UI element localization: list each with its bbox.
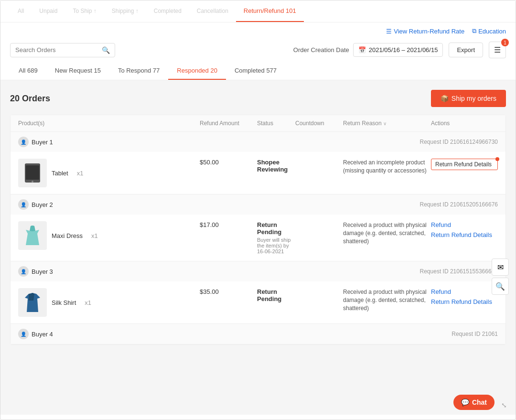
status-tablet: Shopee Reviewing — [257, 159, 295, 173]
return-reason-dress: Received a product with physical damage … — [343, 221, 431, 245]
buyer-group-2: 👤 Buyer 2 Request ID 210615205166676 — [11, 194, 505, 261]
tablet-svg — [21, 162, 44, 184]
buyer-4-info: 👤 Buyer 4 — [18, 329, 53, 339]
jacket-svg — [21, 291, 44, 314]
actions-dress: Refund Return Refund Details — [431, 221, 498, 238]
menu-button-wrap: ☰ 1 — [489, 42, 506, 58]
education-link[interactable]: ⧉ Education — [472, 27, 506, 35]
message-float-btn[interactable]: ✉ — [492, 258, 509, 276]
product-name-dress: Maxi Dress — [52, 232, 83, 239]
col-status: Status — [257, 120, 295, 127]
col-return-reason[interactable]: Return Reason ∨ — [343, 120, 431, 127]
product-name-tablet: Tablet — [52, 170, 68, 177]
search-input[interactable] — [15, 46, 99, 54]
col-countdown: Countdown — [295, 120, 343, 127]
buyer-row-4: 👤 Buyer 4 Request ID 21061 — [11, 324, 505, 344]
search-float-btn[interactable]: 🔍 — [492, 278, 509, 295]
col-products: Product(s) — [18, 120, 200, 127]
nav-tab-return-refund[interactable]: Return/Refund 101 — [236, 0, 304, 22]
status-dress: Return Pending Buyer will ship the item(… — [257, 221, 295, 254]
refund-amount-shirt: $35.00 — [200, 288, 257, 295]
buyer-3-request-id: Request ID 210615155366627 — [420, 268, 498, 275]
product-img-dress — [18, 221, 47, 250]
nav-tab-shipping[interactable]: Shipping ↑ — [104, 1, 146, 22]
side-float-buttons: ✉ 🔍 — [492, 258, 509, 295]
product-row-dress: Maxi Dress x1 $17.00 Return Pending Buye… — [11, 215, 505, 261]
actions-shirt: Refund Return Refund Details — [431, 288, 498, 305]
svg-rect-1 — [26, 165, 39, 180]
buyer-row-3: 👤 Buyer 3 Request ID 210615155366627 — [11, 261, 505, 281]
refund-btn-2[interactable]: Refund — [431, 221, 498, 228]
refund-amount-dress: $17.00 — [200, 221, 257, 228]
col-actions: Actions — [431, 120, 498, 127]
buyer-group-3: 👤 Buyer 3 Request ID 210615155366627 — [11, 261, 505, 324]
sub-tab-all[interactable]: All 689 — [10, 62, 46, 80]
orders-header: 20 Orders 📦 Ship my orders — [10, 90, 506, 107]
return-refund-details-btn-1[interactable]: Return Refund Details — [431, 159, 498, 170]
buyer-3-name: Buyer 3 — [32, 268, 53, 275]
table-header: Product(s) Refund Amount Status Countdow… — [11, 115, 505, 132]
nav-tab-toship[interactable]: To Ship ↑ — [65, 1, 104, 22]
refund-btn-3[interactable]: Refund — [431, 288, 498, 295]
return-reason-shirt: Received a product with physical damage … — [343, 288, 431, 312]
date-range-input[interactable]: 📅 2021/05/16 – 2021/06/15 — [353, 43, 443, 57]
dress-svg — [21, 224, 44, 247]
return-refund-details-btn-3[interactable]: Return Refund Details — [431, 298, 498, 305]
buyer-row-2: 👤 Buyer 2 Request ID 210615205166676 — [11, 194, 505, 215]
status-shirt: Return Pending — [257, 288, 295, 302]
product-qty-tablet: x1 — [77, 170, 84, 177]
resize-icon[interactable]: ⤡ — [501, 401, 507, 409]
view-return-rate-link[interactable]: ☰ View Return-Refund Rate — [386, 28, 464, 35]
nav-tab-all[interactable]: All — [10, 1, 32, 22]
book-icon: ⧉ — [472, 27, 476, 35]
product-qty-shirt: x1 — [85, 299, 91, 306]
chat-button[interactable]: 💬 Chat — [453, 395, 494, 410]
chat-icon: 💬 — [461, 398, 469, 406]
orders-title: 20 Orders — [10, 94, 50, 104]
product-name-shirt: Silk Shirt — [52, 299, 76, 306]
calendar-icon: 📅 — [358, 46, 366, 54]
buyer-2-info: 👤 Buyer 2 — [18, 199, 53, 210]
filter-row: 🔍 Order Creation Date 📅 2021/05/16 – 202… — [0, 38, 516, 62]
product-info-shirt: Silk Shirt x1 — [18, 288, 200, 317]
buyer-2-name: Buyer 2 — [32, 201, 53, 208]
ship-orders-button[interactable]: 📦 Ship my orders — [431, 90, 506, 107]
buyer-2-avatar: 👤 — [18, 199, 29, 210]
nav-tab-unpaid[interactable]: Unpaid — [32, 1, 65, 22]
search-box[interactable]: 🔍 — [10, 43, 115, 57]
export-button[interactable]: Export — [449, 43, 483, 57]
product-img-tablet — [18, 159, 47, 187]
svg-point-2 — [32, 181, 33, 183]
return-reason-tablet: Received an incomplete product (missing … — [343, 159, 431, 175]
orders-table: Product(s) Refund Amount Status Countdow… — [10, 115, 506, 345]
toolbar: ☰ View Return-Refund Rate ⧉ Education — [0, 22, 516, 38]
sub-tab-completed[interactable]: Completed 577 — [226, 62, 285, 80]
return-refund-details-btn-2[interactable]: Return Refund Details — [431, 231, 498, 238]
search-icon: 🔍 — [102, 46, 110, 54]
product-row-shirt: Silk Shirt x1 $35.00 Return Pending Rece… — [11, 281, 505, 323]
notification-dot-1 — [495, 157, 499, 161]
buyer-1-name: Buyer 1 — [32, 139, 53, 146]
buyer-4-request-id: Request ID 21061 — [452, 331, 498, 337]
list-icon: ☰ — [386, 28, 392, 35]
product-info-dress: Maxi Dress x1 — [18, 221, 200, 250]
product-row-tablet: Tablet x1 $50.00 Shopee Reviewing Receiv… — [11, 152, 505, 194]
actions-tablet: Return Refund Details — [431, 159, 498, 170]
buyer-1-avatar: 👤 — [18, 137, 29, 147]
buyer-4-name: Buyer 4 — [32, 331, 53, 338]
buyer-4-avatar: 👤 — [18, 329, 29, 339]
nav-tab-completed[interactable]: Completed — [146, 1, 189, 22]
nav-tab-cancellation[interactable]: Cancellation — [189, 1, 236, 22]
sub-tab-new-request[interactable]: New Request 15 — [46, 62, 109, 80]
top-navigation: All Unpaid To Ship ↑ Shipping ↑ Complete… — [0, 0, 516, 22]
product-img-shirt — [18, 288, 47, 317]
buyer-3-info: 👤 Buyer 3 — [18, 266, 53, 277]
sub-tab-responded[interactable]: Responded 20 — [168, 62, 226, 80]
buyer-1-request-id: Request ID 210616124966730 — [420, 139, 498, 145]
sub-tabs: All 689 New Request 15 To Respond 77 Res… — [0, 62, 516, 80]
ship-icon: 📦 — [441, 95, 449, 102]
buyer-2-request-id: Request ID 210615205166676 — [420, 201, 498, 208]
product-info-tablet: Tablet x1 — [18, 159, 200, 187]
date-filter: Order Creation Date 📅 2021/05/16 – 2021/… — [293, 43, 443, 57]
sub-tab-to-respond[interactable]: To Respond 77 — [109, 62, 168, 80]
